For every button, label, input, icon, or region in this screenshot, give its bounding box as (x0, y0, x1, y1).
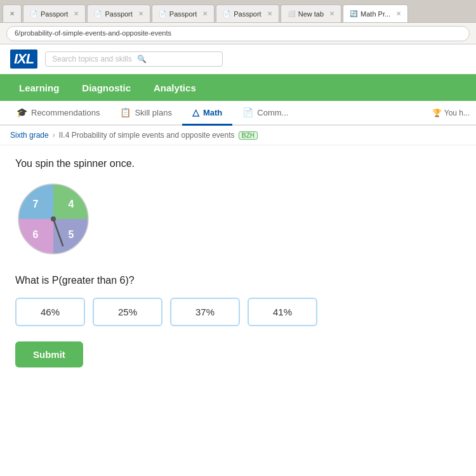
question-label: What is P(greater than 6)? (15, 275, 461, 286)
spinner-center (51, 216, 56, 221)
submit-button[interactable]: Submit (15, 341, 83, 367)
choice-3[interactable]: 37% (170, 298, 240, 326)
you-have-text: You h... (444, 109, 470, 117)
tab-recommendations[interactable]: 🎓 Recommendations (6, 101, 110, 126)
tab-passport-1[interactable]: 📄 Passport ✕ (23, 4, 86, 22)
ixl-logo: IXL (10, 50, 37, 69)
tab-math-label: Math Pr... (360, 10, 390, 18)
math-tab-icon: 🔄 (350, 10, 357, 17)
search-text: Search topics and skills (52, 55, 131, 63)
content-tab-bar: 🎓 Recommendations 📋 Skill plans △ Math 📄… (0, 101, 476, 126)
tab-passport-4-close[interactable]: ✕ (267, 10, 272, 17)
recommendations-icon: 🎓 (17, 107, 27, 117)
passport-icon-3: 📄 (159, 10, 166, 17)
comm-icon: 📄 (242, 107, 253, 117)
tab-passport-1-close[interactable]: ✕ (74, 10, 79, 17)
tab-passport-2-close[interactable]: ✕ (138, 10, 143, 17)
tab-passport-2-label: Passport (105, 10, 132, 18)
tab-icon-x: ✕ (10, 10, 15, 17)
passport-icon-2: 📄 (94, 10, 102, 17)
breadcrumb-badge: BZH (239, 131, 258, 140)
tab-skill-plans-label: Skill plans (135, 108, 172, 117)
nav-diagnostic[interactable]: Diagnostic (73, 77, 140, 98)
question-text: You spin the spinner once. (15, 158, 461, 169)
tab-newtab[interactable]: ⬜ New tab ✕ (281, 4, 341, 22)
breadcrumb: Sixth grade › II.4 Probability of simple… (0, 126, 476, 145)
passport-icon-1: 📄 (30, 10, 37, 17)
tab-passport-2[interactable]: 📄 Passport ✕ (87, 4, 150, 22)
answer-choices: 46% 25% 37% 41% (15, 298, 461, 326)
you-have-area: 🏆 You h... (432, 101, 470, 124)
spinner-svg: 7 4 5 6 (15, 181, 91, 257)
tab-x-close[interactable]: ✕ (3, 4, 22, 22)
choice-2[interactable]: 25% (93, 298, 162, 326)
tab-passport-3-close[interactable]: ✕ (202, 10, 208, 17)
tab-passport-1-label: Passport (41, 10, 68, 18)
tab-comm-label: Comm... (257, 108, 288, 117)
trophy-icon: 🏆 (432, 109, 442, 117)
choice-4[interactable]: 41% (248, 298, 317, 326)
tab-passport-3-label: Passport (169, 10, 197, 18)
newtab-icon: ⬜ (288, 10, 295, 17)
tab-math-close[interactable]: ✕ (396, 10, 401, 17)
tab-recommendations-label: Recommendations (31, 108, 100, 117)
green-nav: Learning Diagnostic Analytics (0, 74, 476, 101)
skill-plans-icon: 📋 (120, 107, 131, 117)
spinner-label-7: 7 (33, 199, 39, 209)
browser-tabs: ✕ 📄 Passport ✕ 📄 Passport ✕ 📄 Passport ✕… (0, 0, 476, 23)
tab-newtab-close[interactable]: ✕ (329, 10, 334, 17)
nav-analytics[interactable]: Analytics (145, 77, 205, 98)
breadcrumb-lesson: II.4 Probability of simple events and op… (59, 131, 235, 140)
tab-math-label: Math (203, 108, 222, 117)
search-bar[interactable]: Search topics and skills 🔍 (45, 51, 223, 67)
tab-passport-3[interactable]: 📄 Passport ✕ (152, 4, 215, 22)
address-bar: 6/probability-of-simple-events-and-oppos… (0, 23, 476, 44)
spinner-container: 7 4 5 6 (15, 181, 461, 260)
tab-passport-4-label: Passport (234, 10, 261, 18)
spinner-label-4: 4 (69, 199, 74, 209)
tab-math[interactable]: △ Math (182, 101, 232, 126)
url-field[interactable]: 6/probability-of-simple-events-and-oppos… (6, 26, 470, 41)
content-area: You spin the spinner once. (0, 145, 476, 380)
passport-icon-4: 📄 (223, 10, 230, 17)
choice-1[interactable]: 46% (15, 298, 85, 326)
ixl-page: IXL Search topics and skills 🔍 Learning … (0, 44, 476, 476)
spinner-label-5: 5 (69, 229, 74, 240)
breadcrumb-grade[interactable]: Sixth grade (10, 131, 49, 140)
nav-learning[interactable]: Learning (10, 77, 68, 98)
tab-passport-4[interactable]: 📄 Passport ✕ (216, 4, 279, 22)
tab-math[interactable]: 🔄 Math Pr... ✕ (343, 4, 408, 22)
math-icon: △ (192, 107, 199, 117)
tab-comm[interactable]: 📄 Comm... (232, 101, 298, 126)
breadcrumb-separator: › (53, 131, 55, 140)
ixl-header: IXL Search topics and skills 🔍 (0, 44, 476, 74)
tab-skill-plans[interactable]: 📋 Skill plans (110, 101, 182, 126)
search-icon: 🔍 (137, 55, 147, 63)
tab-newtab-label: New tab (298, 10, 324, 18)
spinner-label-6: 6 (33, 229, 39, 240)
